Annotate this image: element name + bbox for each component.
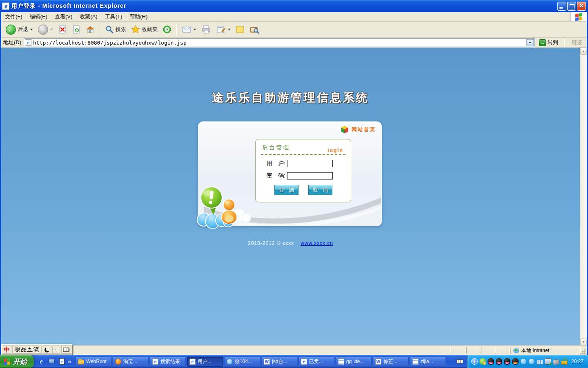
fetion-icon[interactable] — [520, 358, 527, 365]
ime-name-button[interactable]: 极品五笔 — [12, 346, 42, 354]
forward-dropdown-icon[interactable] — [50, 29, 53, 30]
ime-keyboard-icon[interactable] — [537, 360, 543, 364]
forward-button[interactable]: → — [36, 24, 55, 36]
toolbar-separator — [100, 23, 100, 36]
status-pane — [481, 347, 495, 354]
refresh-button[interactable] — [70, 24, 83, 35]
search-button[interactable]: 搜索 — [103, 24, 128, 35]
stop-button[interactable] — [56, 24, 69, 35]
discuss-button[interactable] — [247, 24, 261, 35]
taskbar-task[interactable]: 淘宝... — [113, 357, 149, 367]
audio-device-icon[interactable] — [552, 359, 560, 365]
network-monitor-icon[interactable] — [545, 358, 551, 365]
taskbar-task[interactable]: 搜索结果 — [150, 357, 186, 367]
quicklaunch-overflow-chevron[interactable]: » — [68, 358, 71, 365]
media-player-icon[interactable] — [479, 358, 486, 365]
taskbar-clock[interactable]: 20:27 — [571, 359, 584, 364]
mail-icon — [182, 25, 192, 34]
home-button[interactable] — [84, 24, 97, 35]
password-row: 密 码: — [267, 172, 351, 180]
address-input[interactable] — [33, 40, 525, 46]
status-bar: 本地 Intranet 中 极品五笔 ·, — [1, 346, 587, 355]
language-indicator-button[interactable]: 中 — [3, 346, 11, 354]
page-footer: 2010-2012 © xxxx www.xxxx.cn — [1, 240, 580, 246]
mail-dropdown-icon[interactable] — [193, 29, 196, 30]
messenger-button[interactable] — [234, 24, 247, 35]
task-label: zijia... — [421, 359, 433, 364]
taskbar-task[interactable]: jsp自... — [261, 357, 297, 367]
minimize-button[interactable] — [557, 2, 566, 11]
login-subheading: login — [327, 148, 343, 153]
mascot-illustration — [196, 183, 254, 229]
history-button[interactable] — [160, 24, 174, 35]
vertical-scrollbar[interactable]: ▲ ▼ — [580, 48, 587, 346]
security-lock-icon[interactable] — [561, 361, 568, 365]
taskbar-task[interactable]: 用户... — [187, 357, 223, 367]
links-label[interactable]: 链接 — [569, 39, 585, 46]
address-separator — [564, 39, 565, 46]
copyright-text: 2010-2012 © xxxx — [248, 240, 294, 246]
taskbar-keyboard-button[interactable] — [454, 356, 465, 367]
search-label: 搜索 — [116, 26, 126, 33]
scroll-down-button[interactable]: ▼ — [580, 339, 587, 346]
password-input[interactable] — [287, 172, 333, 180]
window-title: 用户登录 - Microsoft Internet Explorer — [11, 2, 126, 10]
qq-penguin-orange-icon[interactable] — [512, 358, 519, 365]
task-label: 徐104... — [235, 358, 252, 365]
window-titlebar[interactable]: e 用户登录 - Microsoft Internet Explorer — [0, 0, 588, 12]
browser-viewport: 途乐乐自助游管理信息系统 网站首页 — [1, 48, 580, 346]
scrollbar-track[interactable] — [580, 55, 587, 339]
quicklaunch-ie-icon[interactable]: e — [37, 357, 45, 366]
favorites-button[interactable]: 收藏夹 — [129, 24, 160, 35]
resize-grip[interactable] — [581, 346, 587, 355]
moon-icon — [45, 347, 49, 352]
qq-penguin-pink-icon[interactable] — [496, 358, 502, 365]
fullwidth-toggle-button[interactable] — [43, 346, 51, 354]
taskbar-task[interactable]: WebRoot — [76, 357, 111, 367]
username-input[interactable] — [287, 160, 333, 167]
back-button[interactable]: ← 后退 — [4, 24, 35, 36]
edit-dropdown-icon[interactable] — [227, 29, 231, 30]
scroll-up-button[interactable]: ▲ — [580, 48, 587, 55]
menu-item[interactable]: 工具(T) — [101, 12, 126, 22]
punctuation-toggle-button[interactable]: ·, — [52, 346, 60, 354]
status-pane — [437, 347, 451, 354]
menu-item[interactable]: 查看(V) — [51, 12, 76, 22]
cancel-button[interactable]: 取 消 — [308, 185, 332, 195]
toolbar-separator — [176, 23, 177, 36]
start-button[interactable]: 开始 — [0, 355, 34, 368]
close-button[interactable] — [577, 2, 586, 11]
site-home-link[interactable]: 网站首页 — [341, 126, 376, 134]
menu-item[interactable]: 文件(F) — [1, 12, 26, 22]
restore-button[interactable] — [567, 2, 576, 11]
quicklaunch-show-desktop-icon[interactable] — [47, 357, 56, 366]
windows-logo — [570, 12, 587, 21]
task-label: 用户... — [198, 358, 212, 365]
qq-penguin-pink-icon[interactable] — [504, 358, 510, 365]
qq-penguin-pink-icon[interactable] — [488, 358, 494, 365]
menu-item[interactable]: 帮助(H) — [126, 12, 151, 22]
login-heading: 后台管理 — [262, 144, 290, 150]
footer-link[interactable]: www.xxxx.cn — [301, 240, 333, 246]
go-button[interactable]: → 转到 — [537, 38, 560, 47]
back-dropdown-icon[interactable] — [30, 29, 33, 30]
windows-flag-icon — [575, 13, 582, 20]
menu-item[interactable]: 编辑(E) — [26, 12, 51, 22]
soft-keyboard-button[interactable] — [61, 346, 71, 354]
address-dropdown-button[interactable] — [526, 39, 534, 46]
notepad-icon — [412, 359, 419, 365]
edit-button[interactable] — [214, 24, 233, 35]
taskbar-task[interactable]: 修正... — [373, 357, 409, 367]
taskbar-task[interactable]: 徐104... — [224, 357, 260, 367]
mail-button[interactable] — [180, 24, 198, 35]
menu-item[interactable]: 收藏(A) — [76, 12, 101, 22]
quicklaunch-ie-doc-icon[interactable]: e — [58, 357, 66, 366]
print-button[interactable] — [199, 24, 213, 35]
taskbar-task[interactable]: gg_de... — [336, 357, 372, 367]
login-button[interactable]: 登 陆 — [274, 185, 298, 195]
screen: e 用户登录 - Microsoft Internet Explorer 文件(… — [0, 0, 588, 368]
taskbar-task[interactable]: 已卖... — [298, 357, 334, 367]
hide-icons-icon[interactable]: ‹ — [471, 358, 478, 365]
fetion-icon[interactable] — [528, 358, 535, 365]
taskbar-task[interactable]: zijia... — [410, 357, 446, 367]
